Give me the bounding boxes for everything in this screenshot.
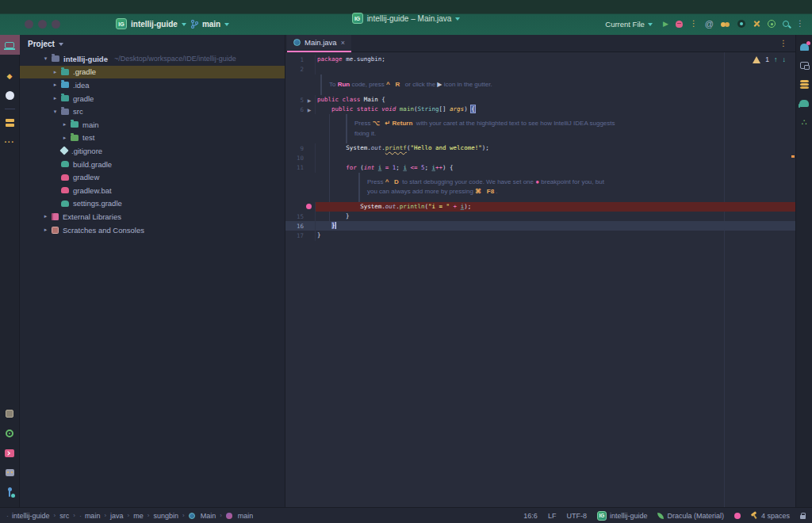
tree-item-.gradle[interactable]: ▸.gradle xyxy=(20,66,285,79)
project-panel-header[interactable]: Project xyxy=(20,35,285,52)
window-minimize-button[interactable] xyxy=(38,20,47,29)
gutter[interactable]: 11 xyxy=(285,163,316,173)
code-text[interactable]: public class Main { xyxy=(316,95,795,105)
editor-body[interactable]: 1package me.sungbin;2To Run code, press … xyxy=(285,52,795,507)
chevron-down-icon[interactable] xyxy=(182,23,186,26)
code-review-at-icon[interactable]: @ xyxy=(705,20,714,29)
code-line-2[interactable]: 2 xyxy=(285,64,795,74)
problems-tool-button[interactable] xyxy=(0,463,20,483)
window-zoom-button[interactable] xyxy=(52,20,60,29)
theme-widget[interactable]: Dracula (Material) xyxy=(657,512,724,520)
tree-chevron-icon[interactable]: ▸ xyxy=(42,213,49,220)
code-text[interactable]: public static void main(String[] args) { xyxy=(316,105,795,114)
run-button[interactable]: ▶ xyxy=(663,21,668,28)
window-close-button[interactable] xyxy=(25,20,33,29)
gutter[interactable]: 17 xyxy=(285,231,316,240)
line-ending[interactable]: LF xyxy=(548,512,557,520)
code-text[interactable]: System.out.println("i = " + i); xyxy=(316,202,795,212)
features-trainer-icon[interactable] xyxy=(768,20,776,28)
commit-tool-button[interactable]: ◆ xyxy=(0,66,20,86)
code-line-9[interactable]: 9 System.out.printf("Hello and welcome!"… xyxy=(285,143,795,153)
tree-item-Scratches and Consoles[interactable]: ▸Scratches and Consoles xyxy=(20,223,285,237)
tree-item-test[interactable]: ▸test xyxy=(20,132,285,145)
project-tool-button[interactable] xyxy=(0,35,20,55)
breadcrumb-Main[interactable]: Main xyxy=(189,512,216,520)
gutter[interactable]: 15 xyxy=(285,212,316,221)
gutter[interactable]: 1 xyxy=(285,55,316,64)
problems-widget[interactable]: 1 ↑ ↓ xyxy=(753,55,786,63)
caret-position[interactable]: 16:6 xyxy=(523,512,538,520)
database-icon[interactable] xyxy=(800,80,809,82)
code-line-6[interactable]: 6▶ public static void main(String[] args… xyxy=(285,105,795,114)
code-text[interactable]: } xyxy=(316,231,795,240)
tree-item-src[interactable]: ▾src xyxy=(20,105,285,118)
code-text[interactable]: } xyxy=(316,221,795,231)
code-line-1[interactable]: 1package me.sungbin; xyxy=(285,55,795,64)
tree-item-build.gradle[interactable]: build.gradle xyxy=(20,158,285,171)
services-tool-button[interactable] xyxy=(0,423,20,443)
ai-assistant-icon[interactable] xyxy=(800,62,809,69)
breadcrumb-intellij-guide[interactable]: ·intellij-guide xyxy=(6,512,50,520)
tree-item-gradlew[interactable]: gradlew xyxy=(20,170,285,184)
debug-button[interactable] xyxy=(676,21,683,28)
indent-widget[interactable]: 4 spaces xyxy=(751,512,790,520)
code-with-me-icon[interactable] xyxy=(721,21,730,27)
close-icon[interactable]: × xyxy=(341,39,345,47)
breadcrumb-main[interactable]: main xyxy=(226,512,254,520)
tree-item-main[interactable]: ▸main xyxy=(20,118,285,132)
gutter[interactable] xyxy=(285,202,316,212)
tree-item-.gitignore[interactable]: .gitignore xyxy=(20,144,285,158)
tree-chevron-icon[interactable]: ▸ xyxy=(52,95,59,101)
tree-item-gradlew.bat[interactable]: gradlew.bat xyxy=(20,184,285,197)
window-title[interactable]: intellij-guide – Main.java xyxy=(367,14,452,23)
code-line-17[interactable]: 17} xyxy=(285,231,795,240)
search-everywhere-icon[interactable] xyxy=(783,21,789,27)
run-gutter-icon[interactable]: ▶ xyxy=(305,107,313,113)
scrollbar-warning-mark[interactable] xyxy=(791,155,795,158)
breadcrumb-me[interactable]: me xyxy=(133,512,144,520)
screen-record-icon[interactable] xyxy=(737,20,745,28)
code-line-5[interactable]: 5▶public class Main { xyxy=(285,95,795,105)
gutter[interactable]: 6▶ xyxy=(285,105,316,114)
tools-icon[interactable] xyxy=(753,20,760,28)
code-line-11[interactable]: 11 for (int i = 1; i <= 5; i++) { xyxy=(285,163,795,173)
gradle-elephant-icon[interactable] xyxy=(799,100,809,107)
run-configuration-selector[interactable]: Current File xyxy=(605,20,653,29)
code-line-16[interactable]: 16 } xyxy=(285,221,795,231)
code-text[interactable]: for (int i = 1; i <= 5; i++) { xyxy=(316,163,795,173)
notifications-bell-icon[interactable] xyxy=(800,44,809,51)
code-line-15[interactable]: 15 } xyxy=(285,212,795,221)
more-tool-windows-button[interactable]: ··· xyxy=(0,132,20,152)
code-line-14[interactable]: System.out.println("i = " + i); xyxy=(285,202,795,212)
code-line-10[interactable]: 10 xyxy=(285,153,795,162)
project-widget[interactable]: IG intellij-guide xyxy=(597,511,648,521)
run-gutter-icon[interactable]: ▶ xyxy=(305,97,313,103)
breakpoint-indicator[interactable] xyxy=(734,513,741,519)
code-text[interactable]: } xyxy=(316,212,795,221)
dependencies-icon[interactable]: ∴ xyxy=(802,118,807,127)
gutter[interactable]: 16 xyxy=(285,221,316,231)
build-tool-button[interactable] xyxy=(0,403,20,423)
gutter[interactable]: 9 xyxy=(285,143,316,153)
tree-chevron-icon[interactable]: ▸ xyxy=(61,135,68,141)
tree-item-intellij-guide[interactable]: ▾intellij-guide~/Desktop/workspace/IDE/i… xyxy=(20,52,285,66)
tab-options-icon[interactable]: ⋮ xyxy=(779,40,787,48)
tree-chevron-icon[interactable]: ▾ xyxy=(42,55,49,62)
breadcrumb-sungbin[interactable]: sungbin xyxy=(153,512,178,520)
breakpoint-icon[interactable] xyxy=(306,204,312,209)
tree-item-.idea[interactable]: ▸.idea xyxy=(20,78,285,92)
gutter[interactable]: 10 xyxy=(285,153,316,162)
tree-chevron-icon[interactable]: ▸ xyxy=(61,121,68,128)
chevron-down-icon[interactable] xyxy=(224,23,229,26)
code-text[interactable]: System.out.printf("Hello and welcome!"); xyxy=(316,143,795,153)
lock-icon[interactable] xyxy=(800,515,806,519)
tree-item-gradle[interactable]: ▸gradle xyxy=(20,92,285,105)
next-problem-arrow[interactable]: ↓ xyxy=(783,55,787,63)
tree-chevron-icon[interactable]: ▸ xyxy=(42,227,49,233)
github-tool-button[interactable] xyxy=(0,86,20,105)
prev-problem-arrow[interactable]: ↑ xyxy=(774,55,778,63)
tree-chevron-icon[interactable]: ▾ xyxy=(52,109,59,115)
terminal-tool-button[interactable] xyxy=(0,443,20,463)
tab-main-java[interactable]: Main.java × xyxy=(287,35,351,52)
branch-selector[interactable]: main xyxy=(202,20,220,29)
